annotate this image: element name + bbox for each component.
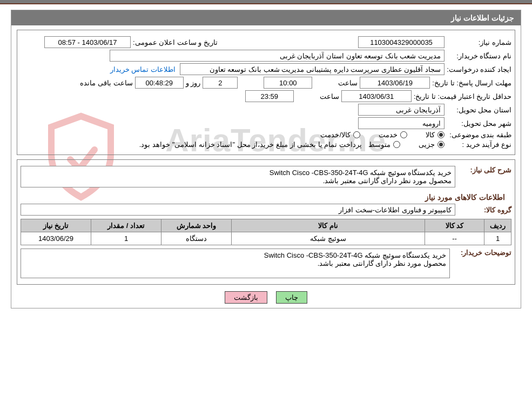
- field-buyer: مدیریت شعب بانک توسعه تعاون استان آذربای…: [110, 50, 445, 62]
- items-table: ردیف کد کالا نام کالا واحد شمارش تعداد /…: [21, 219, 511, 245]
- field-buyer-notes[interactable]: [21, 249, 450, 278]
- main-info-section: شماره نیاز: 1103004329000035 تاریخ و ساع…: [17, 30, 515, 155]
- cell-date: 1403/06/29: [21, 232, 91, 245]
- radio-both[interactable]: [353, 131, 360, 138]
- radio-service-label: خدمت: [379, 131, 398, 139]
- field-description[interactable]: [21, 166, 455, 187]
- label-announce: تاریخ و ساعت اعلان عمومی:: [133, 38, 218, 46]
- radio-partial-label: جزیی: [419, 140, 435, 149]
- print-button[interactable]: چاپ: [276, 291, 307, 304]
- field-deadline-time: 10:00: [264, 77, 312, 89]
- table-row: 1 -- سوئیچ شبکه دستگاه 1 1403/06/29: [21, 232, 511, 245]
- th-code: کد کالا: [425, 219, 484, 232]
- label-buyer: نام دستگاه خریدار:: [447, 52, 511, 60]
- label-time-left: ساعت باقی مانده: [80, 79, 132, 87]
- label-validity: حداقل تاریخ اعتبار قیمت: تا تاریخ:: [414, 92, 511, 100]
- field-deadline-date: 1403/06/19: [360, 77, 430, 89]
- label-city: شهر محل تحویل:: [447, 119, 511, 127]
- label-time2: ساعت: [296, 92, 339, 100]
- label-category: طبقه بندی موضوعی:: [447, 131, 511, 139]
- page-title: جزئیات اطلاعات نیاز: [11, 10, 521, 25]
- field-need-no: 1103004329000035: [358, 36, 445, 48]
- field-requester: سجاد آقلیون عطاری سرپرست دایره پشتیبانی …: [180, 63, 445, 75]
- label-group: گروه کالا:: [457, 206, 511, 214]
- radio-goods[interactable]: [437, 131, 445, 138]
- field-validity-time: 23:59: [245, 90, 294, 102]
- radio-medium[interactable]: [393, 141, 400, 148]
- radio-partial[interactable]: [437, 141, 445, 148]
- items-section-title: اطلاعات کالاهای مورد نیاز: [27, 193, 505, 202]
- field-province: آذربایجان غربی: [358, 104, 445, 116]
- th-name: نام کالا: [232, 219, 425, 232]
- cell-name: سوئیچ شبکه: [232, 232, 425, 245]
- radio-both-label: کالا/خدمت: [320, 131, 351, 139]
- cell-row: 1: [484, 232, 511, 245]
- process-note: پرداخت تمام یا بخشی از مبلغ خرید،از محل …: [139, 140, 362, 149]
- field-group: کامپیوتر و فناوری اطلاعات-سخت افزار: [21, 204, 455, 216]
- label-requester: ایجاد کننده درخواست:: [447, 65, 511, 73]
- back-button[interactable]: بازگشت: [225, 291, 267, 304]
- label-process: نوع فرآیند خرید :: [447, 140, 511, 149]
- cell-qty: 1: [91, 232, 161, 245]
- description-section: شرح کلی نیاز: اطلاعات کالاهای مورد نیاز …: [17, 159, 515, 285]
- th-qty: تعداد / مقدار: [91, 219, 161, 232]
- th-unit: واحد شمارش: [161, 219, 232, 232]
- radio-service[interactable]: [400, 131, 407, 138]
- cell-code: --: [425, 232, 484, 245]
- field-days-left: 2: [203, 77, 238, 89]
- field-city: ارومیه: [358, 117, 445, 129]
- label-deadline: مهلت ارسال پاسخ: تا تاریخ:: [432, 79, 511, 87]
- field-validity-date: 1403/06/31: [341, 90, 412, 102]
- button-bar: چاپ بازگشت: [11, 291, 521, 304]
- radio-goods-label: کالا: [426, 131, 435, 139]
- radio-medium-label: متوسط: [368, 140, 390, 149]
- th-row: ردیف: [484, 219, 511, 232]
- label-buyer-notes: توضیحات خریدار:: [452, 249, 511, 257]
- label-province: استان محل تحویل:: [447, 106, 511, 114]
- label-desc: شرح کلی نیاز:: [457, 166, 511, 174]
- field-countdown: 00:48:29: [135, 77, 184, 89]
- field-announce: 1403/06/17 - 08:57: [44, 36, 131, 48]
- label-time1: ساعت: [314, 79, 358, 87]
- label-days-and: روز و: [186, 79, 201, 87]
- label-need-no: شماره نیاز:: [447, 38, 511, 46]
- buyer-contact-link[interactable]: اطلاعات تماس خریدار: [110, 65, 176, 73]
- th-date: تاریخ نیاز: [21, 219, 91, 232]
- cell-unit: دستگاه: [161, 232, 232, 245]
- top-accent-bar: [0, 0, 532, 4]
